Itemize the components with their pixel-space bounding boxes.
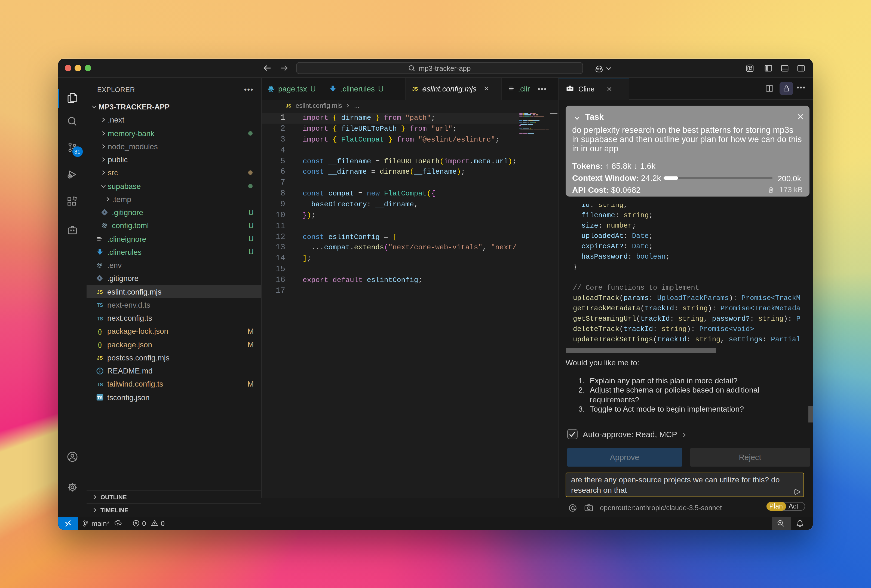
- svg-text:JS: JS: [412, 86, 418, 92]
- svg-text:JS: JS: [97, 355, 103, 361]
- svg-text:TS: TS: [97, 395, 102, 400]
- svg-text:TS: TS: [97, 302, 103, 308]
- svg-text:TS: TS: [97, 382, 103, 387]
- svg-text:JS: JS: [97, 289, 103, 295]
- svg-text:{}: {}: [97, 342, 102, 348]
- svg-text:{}: {}: [97, 328, 102, 334]
- svg-text:JS: JS: [286, 103, 291, 109]
- svg-text:TS: TS: [97, 316, 103, 321]
